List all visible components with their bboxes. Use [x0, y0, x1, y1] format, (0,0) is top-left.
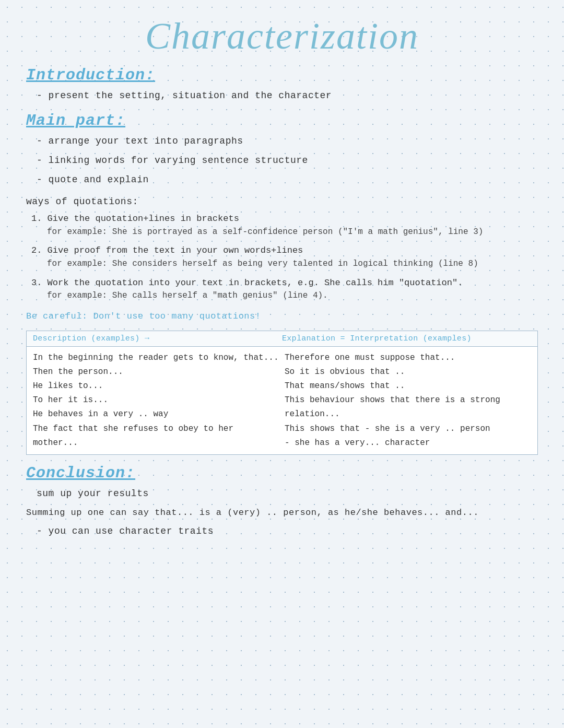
quotation-example-3: for example: She calls herself a "math g… — [47, 289, 538, 303]
page-wrapper: Characterization Introduction: - present… — [26, 16, 538, 539]
conclusion-body: Summing up one can say that... is a (ver… — [26, 506, 538, 520]
table-header-row: Description (examples) → Explanation = I… — [27, 331, 537, 347]
quotation-item-2: 2. Give proof from the text in your own … — [31, 244, 538, 271]
quotation-number-2: 2. — [31, 245, 48, 255]
table-right-row-4: This behaviour shows that there is a str… — [285, 393, 531, 421]
quotation-example-2: for example: She considers herself as be… — [47, 257, 538, 271]
table-left-row-3: He likes to... — [33, 379, 279, 393]
table-right-row-3: That means/shows that .. — [285, 379, 531, 393]
table-right-row-5: This shows that - she is a very .. perso… — [285, 422, 531, 436]
main-bullet-3: - quote and explain — [37, 172, 538, 187]
introduction-section: Introduction: - present the setting, sit… — [26, 66, 538, 103]
quotation-text-1: Give the quotation+lines in brackets — [48, 214, 239, 224]
quotation-text-3: Work the quotation into your text in bra… — [48, 278, 463, 288]
main-title: Characterization — [145, 15, 419, 57]
quotation-number-1: 1. — [31, 214, 48, 224]
table-body-row: In the beginning the reader gets to know… — [27, 347, 537, 454]
table-col-left: In the beginning the reader gets to know… — [33, 351, 285, 450]
intro-bullet-1: - present the setting, situation and the… — [37, 88, 538, 103]
title-area: Characterization — [26, 16, 538, 57]
conclusion-bullet-1: sum up your results — [37, 486, 538, 501]
conclusion-section: Conclusion: sum up your results Summing … — [26, 464, 538, 539]
main-part-heading: Main part: — [26, 112, 538, 130]
description-table: Description (examples) → Explanation = I… — [26, 331, 538, 455]
warning-text: Be careful: Don't use too many quotation… — [26, 311, 538, 321]
conclusion-footer: - you can use character traits — [37, 524, 538, 539]
table-left-row-1: In the beginning the reader gets to know… — [33, 351, 279, 365]
main-part-section: Main part: - arrange your text into para… — [26, 112, 538, 321]
table-left-row-6: The fact that she refuses to obey to her… — [33, 422, 279, 450]
table-left-row-4: To her it is... — [33, 393, 279, 407]
main-bullet-2: - linking words for varying sentence str… — [37, 153, 538, 168]
quotation-item-3: 3. Work the quotation into your text in … — [31, 276, 538, 303]
table-col1-header: Description (examples) → — [33, 334, 282, 343]
table-left-row-5: He behaves in a very .. way — [33, 407, 279, 421]
table-col-right: Therefore one must suppose that... So it… — [285, 351, 531, 450]
table-right-row-2: So it is obvious that .. — [285, 365, 531, 379]
ways-of-quotations-label: ways of quotations: — [26, 196, 538, 207]
quotation-item-1: 1. Give the quotation+lines in brackets … — [31, 212, 538, 239]
table-right-row-6: - she has a very... character — [285, 436, 531, 450]
table-col2-header: Explanation = Interpretation (examples) — [282, 334, 531, 343]
quotation-number-3: 3. — [31, 278, 48, 288]
quotation-text-2: Give proof from the text in your own wor… — [48, 245, 303, 255]
table-left-row-2: Then the person... — [33, 365, 279, 379]
main-bullet-1: - arrange your text into paragraphs — [37, 134, 538, 149]
introduction-heading: Introduction: — [26, 66, 538, 84]
quotation-example-1: for example: She is portrayed as a self-… — [47, 226, 538, 239]
table-right-row-1: Therefore one must suppose that... — [285, 351, 531, 365]
conclusion-heading: Conclusion: — [26, 464, 538, 482]
